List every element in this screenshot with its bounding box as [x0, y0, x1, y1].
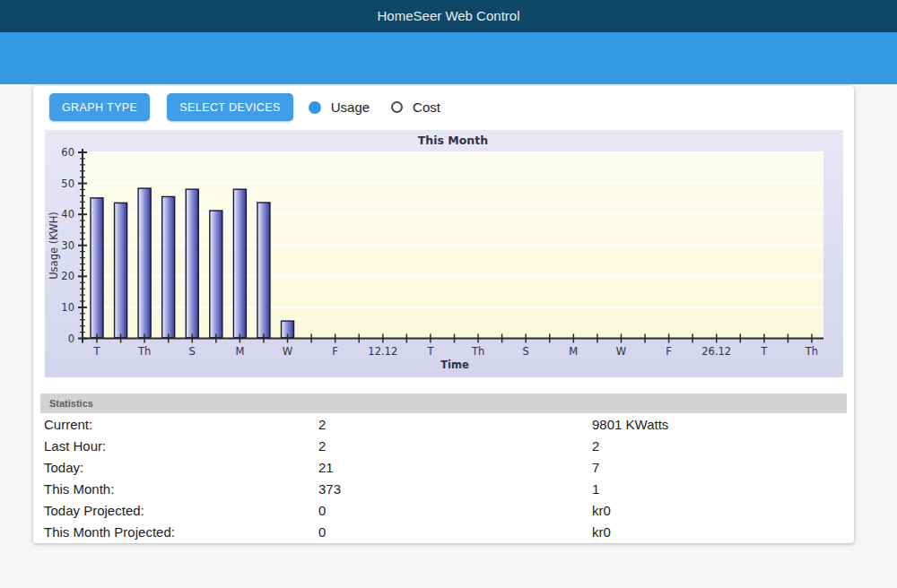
svg-text:T: T	[760, 345, 768, 358]
svg-text:S: S	[189, 345, 196, 358]
usage-chart: 0102030405060TThSMWF12.12TThSMWF26.12TTh…	[45, 130, 843, 377]
top-navbar: HomeSeer Web Control	[0, 0, 897, 32]
svg-text:T: T	[426, 345, 434, 358]
app-title: HomeSeer Web Control	[0, 0, 897, 32]
svg-text:M: M	[235, 345, 244, 358]
stat-value2: 1	[592, 479, 599, 500]
stat-label: Today Projected:	[44, 500, 144, 522]
svg-text:F: F	[332, 345, 338, 358]
table-row: Last Hour: 2 2	[33, 436, 854, 457]
svg-text:40: 40	[61, 208, 74, 220]
select-devices-button[interactable]: SELECT DEVICES	[167, 93, 292, 121]
stat-value: 2	[318, 414, 326, 436]
svg-text:S: S	[523, 345, 529, 358]
svg-text:Th: Th	[471, 345, 484, 358]
svg-text:20: 20	[61, 270, 74, 282]
content-card: GRAPH TYPE SELECT DEVICES Usage Cost	[33, 86, 854, 543]
svg-text:Th: Th	[805, 345, 818, 358]
svg-text:This Month: This Month	[418, 134, 488, 147]
svg-text:Th: Th	[137, 345, 151, 358]
svg-text:F: F	[666, 345, 672, 358]
svg-text:W: W	[616, 345, 626, 358]
usage-cost-radio-group: Usage Cost	[309, 99, 440, 115]
usage-chart-svg: 0102030405060TThSMWF12.12TThSMWF26.12TTh…	[45, 130, 843, 377]
radio-cost-label: Cost	[413, 99, 440, 115]
stat-value2: 9801 KWatts	[592, 414, 668, 436]
stat-value2: kr0	[592, 500, 611, 522]
statistics-header-label: Statistics	[40, 393, 847, 413]
radio-usage[interactable]: Usage	[309, 99, 370, 115]
subnav-band	[0, 32, 897, 84]
stat-label: This Month:	[44, 479, 114, 500]
chart-toolbar: GRAPH TYPE SELECT DEVICES Usage Cost	[49, 93, 440, 121]
stat-value2: kr0	[592, 522, 611, 543]
radio-cost[interactable]: Cost	[391, 99, 440, 115]
svg-text:26.12: 26.12	[701, 345, 731, 358]
stat-value2: 7	[592, 457, 599, 479]
svg-text:60: 60	[61, 146, 74, 159]
radio-selected-icon[interactable]	[309, 101, 321, 114]
stat-value: 21	[318, 457, 334, 479]
statistics-header-bar: Statistics	[40, 393, 847, 413]
table-row: This Month Projected: 0 kr0	[33, 522, 854, 543]
svg-text:Time: Time	[440, 359, 469, 371]
stat-value: 0	[318, 522, 326, 543]
stat-label: Today:	[44, 457, 83, 479]
svg-text:10: 10	[61, 301, 74, 314]
graph-type-button[interactable]: GRAPH TYPE	[49, 93, 150, 121]
svg-text:W: W	[283, 345, 292, 358]
svg-text:30: 30	[61, 239, 74, 252]
table-row: Today Projected: 0 kr0	[33, 500, 854, 522]
svg-text:50: 50	[61, 177, 74, 190]
stat-value: 2	[318, 436, 326, 457]
statistics-table: Current: 2 9801 KWatts Last Hour: 2 2 To…	[33, 414, 854, 543]
table-row: This Month: 373 1	[33, 479, 854, 500]
stat-label: Current:	[44, 414, 92, 436]
stat-value2: 2	[592, 436, 599, 457]
stat-label: This Month Projected:	[44, 522, 175, 543]
table-row: Current: 2 9801 KWatts	[33, 414, 854, 436]
stat-label: Last Hour:	[44, 436, 106, 457]
svg-text:Usage (KWH): Usage (KWH)	[48, 212, 60, 280]
stat-value: 373	[318, 479, 341, 500]
stat-value: 0	[318, 500, 326, 522]
table-row: Today: 21 7	[33, 457, 854, 479]
svg-text:M: M	[569, 345, 578, 358]
svg-text:0: 0	[68, 333, 74, 345]
radio-unselected-icon[interactable]	[391, 101, 403, 113]
svg-text:T: T	[92, 345, 100, 358]
svg-text:12.12: 12.12	[368, 345, 397, 358]
radio-usage-label: Usage	[331, 99, 370, 115]
